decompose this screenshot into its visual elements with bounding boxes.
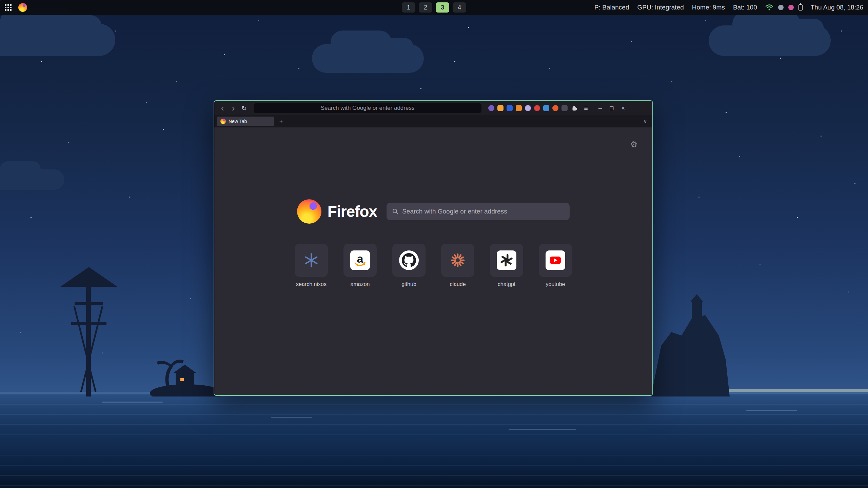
newtab-search-box[interactable]: [387, 203, 570, 220]
bluetooth-icon[interactable]: [778, 5, 784, 10]
cloud: [0, 169, 64, 190]
tab-strip: New Tab + ∨: [214, 115, 652, 127]
shortcut-youtube[interactable]: youtube: [539, 244, 572, 287]
shortcut-search-nixos[interactable]: search.nixos: [295, 244, 328, 287]
github-icon: [402, 253, 416, 267]
workspace-button-3-active[interactable]: 3: [436, 2, 449, 13]
extension-icon-2[interactable]: [497, 105, 504, 111]
extension-icon-3[interactable]: [507, 105, 513, 111]
wallpaper-ocean: [0, 394, 868, 488]
url-bar[interactable]: [254, 103, 481, 113]
newtab-page: ⚙ Firefox: [214, 127, 652, 395]
nixos-snowflake-icon: [303, 252, 319, 268]
shortcut-claude[interactable]: claude: [441, 244, 474, 287]
cloud: [0, 24, 115, 56]
shortcut-chatgpt[interactable]: chatgpt: [490, 244, 523, 287]
firefox-favicon: [220, 119, 226, 124]
firefox-window: ‹ › ↻: [214, 100, 653, 396]
new-tab-button[interactable]: +: [277, 117, 285, 126]
latency-module: Home: 9ms: [692, 4, 725, 11]
firefox-launcher-icon[interactable]: [18, 3, 27, 12]
workspace-button-2[interactable]: 2: [419, 2, 432, 13]
rock-island-silhouette: [641, 291, 732, 396]
wifi-icon[interactable]: [765, 4, 773, 11]
power-profile-module: P: Balanced: [594, 4, 629, 11]
pink-indicator-icon[interactable]: [788, 5, 794, 10]
cloud: [312, 44, 424, 73]
water-glint: [746, 410, 797, 411]
newtab-search-input[interactable]: [402, 208, 564, 215]
firefox-wordmark: Firefox: [328, 202, 377, 221]
search-icon: [392, 208, 399, 215]
shortcut-github[interactable]: github: [392, 244, 426, 287]
status-bar: 1 2 3 4 P: Balanced GPU: Integrated Home…: [0, 0, 868, 15]
extension-icon-6[interactable]: [534, 105, 540, 111]
minimize-button[interactable]: –: [595, 103, 605, 113]
statusbar-left: [5, 3, 27, 12]
svg-text:a: a: [357, 252, 364, 265]
browser-toolbar: ‹ › ↻: [214, 101, 652, 115]
close-button[interactable]: ×: [618, 103, 628, 113]
personalize-gear-icon[interactable]: ⚙: [630, 140, 637, 149]
clock-module: Thu Aug 08, 18:26: [811, 4, 863, 11]
reload-button[interactable]: ↻: [239, 103, 249, 113]
statusbar-right: P: Balanced GPU: Integrated Home: 9ms Ba…: [594, 4, 863, 11]
app-launcher-icon[interactable]: [5, 4, 12, 11]
puzzle-extensions-icon[interactable]: [571, 104, 578, 112]
shortcut-tiles: search.nixos a amazon: [214, 244, 652, 287]
water-glint: [509, 429, 576, 430]
battery-module: Bat: 100: [733, 4, 757, 11]
maximize-button[interactable]: □: [607, 103, 616, 113]
statusbar-tray: [765, 4, 803, 11]
extension-icon-9[interactable]: [561, 105, 568, 111]
list-all-tabs-chevron-icon[interactable]: ∨: [644, 119, 647, 124]
forward-button[interactable]: ›: [229, 103, 238, 113]
battery-icon[interactable]: [798, 4, 803, 11]
hamburger-menu-icon[interactable]: ≡: [581, 103, 591, 113]
shortcut-amazon[interactable]: a amazon: [343, 244, 377, 287]
hut-window-light: [180, 378, 184, 381]
firefox-logo: [297, 199, 321, 224]
workspace-button-1[interactable]: 1: [402, 2, 415, 13]
water-glint: [102, 402, 163, 403]
watchtower-silhouette: [51, 264, 129, 396]
workspace-switcher: 1 2 3 4: [402, 0, 466, 15]
workspace-button-4[interactable]: 4: [453, 2, 466, 13]
claude-starburst-icon: [450, 252, 466, 268]
extension-row: ≡: [488, 103, 591, 113]
water-glint: [271, 417, 312, 418]
openai-icon: [499, 253, 514, 268]
cloud: [709, 25, 831, 56]
amazon-icon: a: [352, 252, 368, 268]
extension-icon-4[interactable]: [516, 105, 522, 111]
window-controls: – □ ×: [595, 103, 628, 113]
youtube-icon: [547, 252, 564, 268]
island-hut-silhouette: [149, 346, 224, 396]
tab-title: New Tab: [229, 119, 247, 124]
gpu-module: GPU: Integrated: [637, 4, 684, 11]
extension-icon-1[interactable]: [488, 105, 494, 111]
extension-icon-5[interactable]: [525, 105, 531, 111]
extension-icon-7[interactable]: [543, 105, 549, 111]
tab-new-tab[interactable]: New Tab: [217, 117, 274, 126]
desktop: 1 2 3 4 P: Balanced GPU: Integrated Home…: [0, 0, 868, 488]
extension-icon-8[interactable]: [552, 105, 558, 111]
back-button[interactable]: ‹: [218, 103, 227, 113]
newtab-hero: Firefox: [214, 199, 652, 224]
